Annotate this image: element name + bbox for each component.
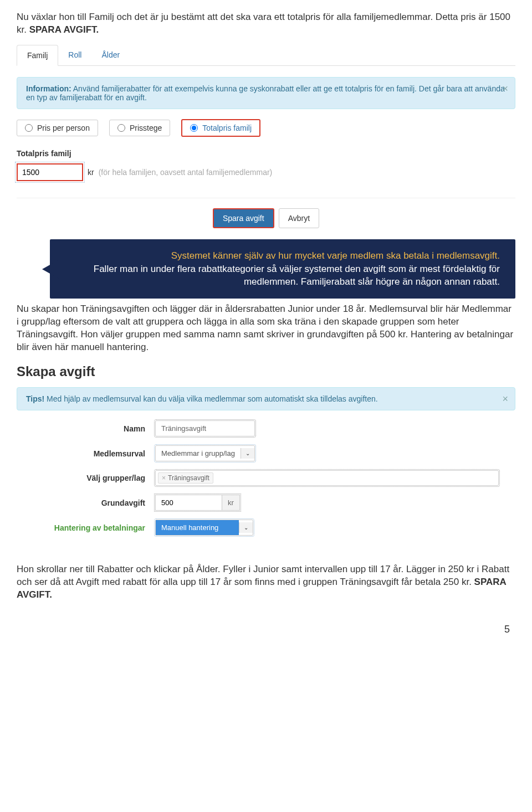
radio-label: Prisstege: [130, 124, 162, 132]
info-alert-family: Information: Använd familjerabatter för …: [17, 77, 515, 109]
chevron-down-icon: ⌄: [241, 448, 254, 459]
close-icon[interactable]: ×: [502, 393, 508, 405]
medlemsurval-label: Medlemsurval: [17, 449, 155, 458]
totalpris-row: kr (för hela familjen, oavsett antal fam…: [17, 163, 515, 181]
tips-alert: Tips! Med hjälp av medlemsurval kan du v…: [17, 387, 515, 410]
grundavgift-group: kr: [155, 495, 240, 511]
paragraph-2: Nu skapar hon Träningsavgiften och lägge…: [17, 303, 515, 354]
grundavgift-label: Grundavgift: [17, 498, 155, 507]
totalpris-hint: (för hela familjen, oavsett antal familj…: [99, 168, 273, 177]
namn-input[interactable]: [155, 420, 255, 436]
valj-grupper-field[interactable]: ×Träningsavgift: [155, 470, 499, 486]
namn-label: Namn: [17, 424, 155, 433]
medlemsurval-select[interactable]: Medlemmar i grupp/lag ⌄: [155, 445, 255, 461]
tab-familj[interactable]: Familj: [17, 45, 58, 66]
kr-addon: kr: [222, 495, 240, 511]
radio-input[interactable]: [25, 124, 33, 132]
price-type-radios: Pris per person Prisstege Totalpris fami…: [17, 119, 515, 137]
save-button[interactable]: Spara avgift: [213, 208, 274, 228]
totalpris-unit: kr: [88, 168, 94, 177]
tab-roll[interactable]: Roll: [58, 45, 91, 65]
valj-grupper-label: Välj grupper/lag: [17, 474, 155, 482]
radio-pris-per-person[interactable]: Pris per person: [17, 120, 98, 136]
hantering-label: Hantering av betalningar: [17, 523, 155, 532]
close-icon[interactable]: ×: [502, 83, 508, 95]
tab-alder[interactable]: Ålder: [91, 45, 130, 65]
paragraph-3: Hon skrollar ner till Rabatter och klick…: [17, 563, 515, 602]
radio-label: Totalpris familj: [202, 124, 252, 132]
radio-input[interactable]: [117, 124, 125, 132]
radio-label: Pris per person: [37, 124, 90, 132]
group-tag: ×Träningsavgift: [158, 472, 213, 484]
cancel-button[interactable]: Avbryt: [279, 208, 319, 228]
radio-prisstege[interactable]: Prisstege: [109, 120, 170, 136]
remove-tag-icon[interactable]: ×: [162, 474, 166, 482]
tabs-bar: Familj Roll Ålder: [17, 45, 515, 66]
intro-paragraph: Nu växlar hon till Familj och det är ju …: [17, 11, 515, 37]
hantering-select[interactable]: Manuell hantering ⌄: [155, 520, 253, 536]
page-number: 5: [17, 624, 515, 635]
chevron-down-icon: ⌄: [239, 522, 253, 533]
radio-totalpris-familj[interactable]: Totalpris familj: [181, 119, 260, 137]
section-heading: Skapa avgift: [17, 364, 515, 379]
radio-input[interactable]: [190, 124, 198, 132]
callout-box: Systemet känner själv av hur mycket varj…: [50, 239, 515, 299]
create-fee-section: Skapa avgift Tips! Med hjälp av medlemsu…: [17, 364, 515, 536]
grundavgift-input[interactable]: [155, 495, 222, 511]
totalpris-input[interactable]: [17, 163, 83, 181]
button-row: Spara avgift Avbryt: [17, 198, 515, 228]
totalpris-label: Totalpris familj: [17, 149, 515, 158]
